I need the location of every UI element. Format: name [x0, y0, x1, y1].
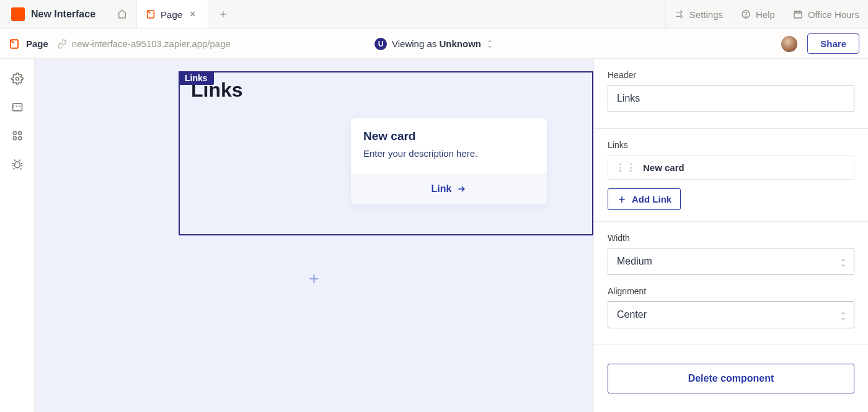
link-card[interactable]: New card Enter your description here. Li…: [351, 118, 547, 204]
new-tab-button[interactable]: [208, 0, 238, 28]
breadcrumb-bar: Page new-interface-a95103.zapier.app/pag…: [0, 29, 868, 59]
links-component[interactable]: Links Links New card Enter your descript…: [179, 71, 593, 235]
debug-icon[interactable]: [11, 158, 24, 170]
links-section-label: Links: [608, 140, 854, 150]
add-section-button[interactable]: +: [309, 269, 319, 289]
page-canvas[interactable]: Links Links New card Enter your descript…: [35, 59, 594, 412]
card-title: New card: [363, 129, 534, 143]
tab-page[interactable]: Page ×: [137, 0, 208, 28]
viewer-avatar-icon: U: [374, 38, 387, 50]
width-field-label: Width: [608, 233, 854, 243]
card-link-button[interactable]: Link: [351, 173, 547, 204]
delete-component-button[interactable]: Delete component: [608, 364, 854, 393]
links-heading: Links: [180, 72, 592, 102]
close-icon[interactable]: ×: [187, 9, 199, 19]
svg-rect-11: [14, 162, 19, 168]
card-description: Enter your description here.: [363, 148, 534, 170]
top-tabbar: New Interface Page × Settings Help Offic…: [0, 0, 868, 29]
chevron-updown-icon: [486, 39, 494, 49]
svg-point-7: [13, 131, 16, 134]
drag-handle-icon[interactable]: ⋮⋮: [616, 162, 637, 173]
link-item-label: New card: [643, 162, 684, 173]
components-icon[interactable]: [11, 129, 24, 142]
app-title: New Interface: [31, 9, 95, 20]
page-icon: [9, 38, 20, 50]
calendar-icon: [793, 9, 803, 19]
settings-icon: [675, 9, 684, 19]
arrow-right-icon: [456, 184, 466, 194]
svg-rect-3: [794, 11, 802, 18]
svg-point-9: [13, 137, 16, 140]
svg-point-10: [18, 137, 21, 140]
office-hours-button[interactable]: Office Hours: [784, 0, 868, 28]
properties-panel: Header Links ⋮⋮ New card Add Link Width …: [594, 59, 868, 412]
plus-icon: [617, 195, 627, 204]
user-avatar[interactable]: [781, 36, 797, 52]
alignment-field-label: Alignment: [608, 286, 854, 296]
width-select[interactable]: [608, 248, 854, 275]
header-field-label: Header: [608, 70, 854, 80]
settings-button[interactable]: Settings: [665, 0, 732, 28]
left-tool-rail: [0, 59, 35, 412]
svg-point-2: [746, 16, 746, 17]
app-logo-icon: [11, 7, 25, 21]
alignment-select[interactable]: [608, 301, 854, 328]
page-url[interactable]: new-interface-a95103.zapier.app/page: [72, 38, 231, 49]
link-icon: [57, 39, 67, 49]
svg-rect-6: [12, 103, 22, 111]
app-title-tab: New Interface: [0, 0, 107, 28]
component-tag: Links: [179, 71, 214, 85]
add-link-button[interactable]: Add Link: [608, 188, 681, 210]
breadcrumb[interactable]: Page: [26, 38, 48, 49]
gear-icon[interactable]: [11, 72, 24, 85]
help-icon: [741, 9, 751, 19]
layout-icon[interactable]: [11, 101, 24, 113]
help-button[interactable]: Help: [732, 0, 784, 28]
svg-point-8: [18, 131, 21, 134]
viewing-as-selector[interactable]: U Viewing as Unknown: [374, 38, 494, 50]
share-button[interactable]: Share: [807, 33, 859, 54]
link-list-item[interactable]: ⋮⋮ New card: [608, 155, 854, 180]
top-right-actions: Settings Help Office Hours: [665, 0, 868, 28]
page-tab-icon: [146, 9, 156, 19]
header-input[interactable]: [608, 85, 854, 112]
svg-point-5: [16, 77, 19, 81]
home-icon[interactable]: [107, 0, 137, 28]
tab-page-label: Page: [161, 9, 182, 20]
